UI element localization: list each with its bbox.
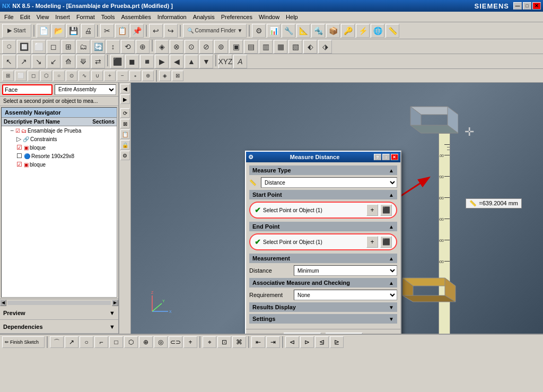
redo-btn[interactable]: ↪ xyxy=(164,24,178,38)
close-button[interactable]: ✕ xyxy=(532,2,541,10)
tb2-btn[interactable]: 📊 xyxy=(267,24,281,38)
print-btn[interactable]: 🖨 xyxy=(81,24,95,38)
status-tool-13[interactable]: ⌘ xyxy=(232,336,246,348)
sel9-btn[interactable]: + xyxy=(104,71,116,81)
tb66-btn[interactable]: A xyxy=(233,55,247,68)
sel12-btn[interactable]: ⊕ xyxy=(142,71,154,81)
menu-help[interactable]: Help xyxy=(283,13,301,21)
sel11-btn[interactable]: ∘ xyxy=(129,71,141,81)
tb41-btn[interactable]: ⬖ xyxy=(303,40,317,54)
tb39-btn[interactable]: ▦ xyxy=(274,40,287,54)
start-point-section-header[interactable]: Start Point ▲ xyxy=(249,190,397,199)
list-item[interactable]: ▷ 🔗 Constraints xyxy=(2,135,117,143)
menu-analysis[interactable]: Analysis xyxy=(190,13,218,21)
status-tool-11[interactable]: ⌖ xyxy=(203,336,216,348)
status-tool-16[interactable]: ⊲ xyxy=(285,336,299,348)
h-scrollbar[interactable]: ◀ ▶ xyxy=(0,299,118,306)
distance-select[interactable]: Minimum xyxy=(294,265,397,276)
start-add-btn[interactable]: + xyxy=(366,204,378,216)
dialog-close-btn[interactable]: ✕ xyxy=(391,154,398,160)
tb64-btn[interactable]: ▼ xyxy=(199,55,213,68)
dialog-expand-btn[interactable]: ↕ xyxy=(382,154,390,160)
sel5-btn[interactable]: ○ xyxy=(53,71,65,81)
menu-assemblies[interactable]: Assemblies xyxy=(118,13,154,21)
sel8-btn[interactable]: ∪ xyxy=(91,71,103,81)
preview-arrow[interactable]: ▼ xyxy=(109,310,115,316)
filter-input[interactable] xyxy=(2,84,52,95)
measure-type-section-header[interactable]: Measure Type ▲ xyxy=(249,165,397,175)
end-point-select-row[interactable]: ✔ Select Point or Object (1) + ⬛ xyxy=(249,233,397,250)
preview-panel[interactable]: Preview ▼ xyxy=(0,306,118,320)
menu-information[interactable]: Information xyxy=(154,13,190,21)
side-icon-6[interactable]: 🔒 xyxy=(120,140,130,150)
bottom-3d-object[interactable] xyxy=(392,275,461,304)
tb58-btn[interactable]: ⬛ xyxy=(110,55,124,68)
dialog-title-buttons[interactable]: ? ↕ ✕ xyxy=(374,154,398,160)
new-btn[interactable]: 📄 xyxy=(37,24,50,38)
menu-window[interactable]: Window xyxy=(256,13,283,21)
undo-btn[interactable]: ↩ xyxy=(149,24,163,38)
copy-btn[interactable]: 📋 xyxy=(115,24,129,38)
filter-dropdown[interactable]: Entire Assembly xyxy=(55,84,116,95)
end-add-btn[interactable]: + xyxy=(366,236,378,248)
status-tool-9[interactable]: ⊂⊃ xyxy=(169,336,182,348)
tb33-btn[interactable]: ⊙ xyxy=(185,40,198,54)
sel13-btn[interactable]: ◈ xyxy=(159,71,171,81)
tb65-btn[interactable]: XYZ xyxy=(218,55,232,68)
status-tool-7[interactable]: ⊕ xyxy=(139,336,153,348)
measure-type-select[interactable]: Distance xyxy=(261,177,397,188)
dialog-titlebar[interactable]: ⚙ Measure Distance ? ↕ ✕ xyxy=(246,152,400,162)
tb55-btn[interactable]: ⟰ xyxy=(62,55,75,68)
tb5-btn[interactable]: 🔩 xyxy=(311,24,325,38)
tb34-btn[interactable]: ⊘ xyxy=(199,40,213,54)
tb4-btn[interactable]: 📐 xyxy=(296,24,310,38)
side-icon-1[interactable]: ◀ xyxy=(120,84,130,93)
sel4-btn[interactable]: ⬡ xyxy=(40,71,52,81)
ok-button[interactable]: < OK > xyxy=(284,333,321,334)
side-icon-2[interactable]: ▶ xyxy=(120,94,130,104)
tb30-btn[interactable]: ⊕ xyxy=(136,40,150,54)
side-icon-4[interactable]: ⊠ xyxy=(120,119,130,128)
menu-view[interactable]: View xyxy=(33,13,52,21)
top-3d-object[interactable] xyxy=(400,104,458,136)
tb63-btn[interactable]: ▲ xyxy=(185,55,198,68)
start-button[interactable]: ▶ Start xyxy=(2,24,31,38)
start-edit-btn[interactable]: ⬛ xyxy=(380,204,392,216)
status-tool-10[interactable]: + xyxy=(183,336,197,348)
status-tool-4[interactable]: ⌐ xyxy=(94,336,108,348)
status-tool-5[interactable]: □ xyxy=(109,336,123,348)
start-point-select-row[interactable]: ✔ Select Point or Object (1) + ⬛ xyxy=(249,202,397,219)
settings-section-header[interactable]: Settings ▼ xyxy=(249,314,397,324)
results-display-section-header[interactable]: Results Display ▼ xyxy=(249,302,397,312)
maximize-button[interactable]: □ xyxy=(523,2,531,10)
menu-file[interactable]: File xyxy=(1,13,17,21)
tb6-btn[interactable]: 📦 xyxy=(326,24,340,38)
open-btn[interactable]: 📂 xyxy=(51,24,65,38)
tb32-btn[interactable]: ⊗ xyxy=(170,40,183,54)
tb60-btn[interactable]: ◾ xyxy=(140,55,154,68)
menu-preferences[interactable]: Preferences xyxy=(218,13,256,21)
tb54-btn[interactable]: ↙ xyxy=(47,55,60,68)
cut-btn[interactable]: ✂ xyxy=(100,24,114,38)
tb52-btn[interactable]: ↗ xyxy=(17,55,31,68)
tb22-btn[interactable]: 🔲 xyxy=(17,40,31,54)
status-tool-19[interactable]: ⊵ xyxy=(330,336,344,348)
scroll-left[interactable]: ◀ xyxy=(0,300,6,306)
status-tool-2[interactable]: ↗ xyxy=(65,336,78,348)
side-icon-7[interactable]: ⚙ xyxy=(120,151,130,160)
menu-format[interactable]: Format xyxy=(73,13,98,21)
tb35-btn[interactable]: ⊚ xyxy=(214,40,228,54)
menu-insert[interactable]: Insert xyxy=(52,13,73,21)
tb62-btn[interactable]: ◀ xyxy=(170,55,183,68)
status-tool-14[interactable]: ⇤ xyxy=(251,336,265,348)
assoc-section-header[interactable]: Associative Measure and Checking ▲ xyxy=(249,278,397,288)
status-tool-1[interactable]: ⌒ xyxy=(50,336,64,348)
tb8-btn[interactable]: ⚡ xyxy=(356,24,370,38)
list-item[interactable]: ☑ ▣ bloque xyxy=(2,160,117,169)
tb24-btn[interactable]: ◻ xyxy=(47,40,60,54)
tb40-btn[interactable]: ▧ xyxy=(288,40,302,54)
dialog-help-btn[interactable]: ? xyxy=(374,154,381,160)
tb56-btn[interactable]: ⟱ xyxy=(76,55,90,68)
sel6-btn[interactable]: ⊙ xyxy=(66,71,77,81)
status-tool-6[interactable]: ⬡ xyxy=(124,336,138,348)
